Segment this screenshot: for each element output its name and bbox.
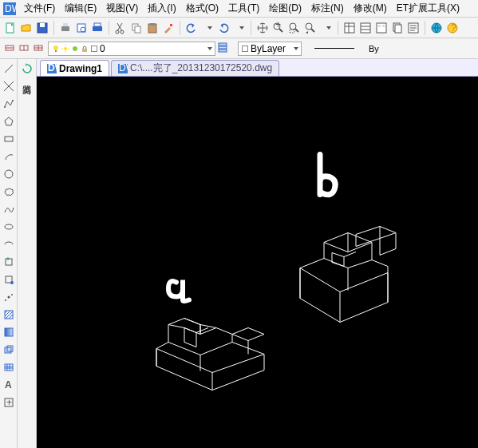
undo-dropdown[interactable]	[200, 21, 215, 35]
lineweight-sample[interactable]	[314, 48, 354, 49]
svg-point-21	[290, 23, 296, 30]
menu-file[interactable]: 文件(F)	[19, 0, 60, 17]
svg-rect-52	[55, 50, 57, 52]
svg-point-66	[4, 106, 6, 108]
menu-bar: DWG 文件(F) 编辑(E) 视图(V) 插入(I) 格式(O) 工具(T) …	[0, 0, 478, 18]
tab-drawing1[interactable]: DWG Drawing1	[40, 60, 109, 76]
spline-tool[interactable]	[2, 203, 15, 216]
layer-manager-button[interactable]	[217, 41, 230, 56]
menu-tools[interactable]: 工具(T)	[223, 0, 264, 17]
gradient-tool[interactable]	[2, 326, 15, 339]
svg-rect-83	[5, 328, 13, 336]
print-preview-button[interactable]	[74, 21, 89, 35]
menu-dim[interactable]: 标注(N)	[306, 0, 349, 17]
separator	[109, 21, 109, 35]
work-area: A + 浏览器 DWG Drawing1 DWG C:\....完了_20131…	[0, 59, 478, 448]
document-tabs: DWG Drawing1 DWG C:\....完了_2013123017252…	[37, 59, 478, 77]
main-toolbar: + ?	[0, 18, 478, 38]
zoom-previous-button[interactable]	[303, 21, 318, 35]
menu-edit[interactable]: 编辑(E)	[60, 0, 101, 17]
redo-button[interactable]	[216, 21, 231, 35]
cut-button[interactable]	[113, 21, 128, 35]
arc-tool[interactable]	[2, 150, 15, 163]
pline-tool[interactable]	[2, 97, 15, 110]
open-button[interactable]	[19, 21, 34, 35]
paste-button[interactable]	[145, 21, 160, 35]
region-tool[interactable]	[2, 343, 15, 356]
redo-dropdown[interactable]	[232, 21, 247, 35]
svg-text:+: +	[6, 397, 12, 408]
polygon-tool[interactable]	[2, 115, 15, 128]
makeblock-tool[interactable]	[2, 273, 15, 286]
rectangle-tool[interactable]	[2, 133, 15, 145]
plot-button[interactable]	[90, 21, 105, 35]
color-swatch	[91, 46, 97, 52]
separator	[180, 21, 180, 35]
app-logo-icon: DWG	[3, 2, 16, 15]
layer-iso1-button[interactable]	[3, 41, 16, 56]
copy-button[interactable]	[129, 21, 144, 35]
toolpalettes-button[interactable]	[374, 21, 389, 35]
svg-rect-26	[345, 23, 354, 33]
properties-button[interactable]	[342, 21, 357, 35]
print-button[interactable]	[58, 21, 73, 35]
web-button[interactable]	[429, 21, 444, 35]
linetype-current: ByLayer	[251, 43, 286, 54]
svg-rect-32	[377, 23, 386, 33]
lock-icon	[81, 45, 89, 53]
svg-point-71	[5, 224, 13, 229]
circle-tool[interactable]	[2, 168, 15, 180]
zoom-window-button[interactable]	[287, 21, 302, 35]
pan-button[interactable]	[255, 21, 270, 35]
revcloud-tool[interactable]	[2, 185, 15, 198]
menu-format[interactable]: 格式(O)	[181, 0, 223, 17]
table-tool[interactable]	[2, 361, 15, 374]
menu-view[interactable]: 视图(V)	[101, 0, 143, 17]
svg-text:+: +	[275, 22, 281, 30]
svg-marker-68	[5, 117, 13, 125]
svg-rect-86	[5, 364, 13, 371]
sheetset-button[interactable]	[390, 21, 405, 35]
ellipse-tool[interactable]	[2, 220, 15, 233]
xline-tool[interactable]	[2, 80, 15, 93]
svg-text:DWG: DWG	[48, 64, 57, 73]
layer-iso2-button[interactable]	[18, 41, 30, 56]
svg-rect-29	[361, 23, 370, 33]
zoom-dropdown[interactable]	[319, 21, 334, 35]
menu-modify[interactable]: 修改(M)	[349, 0, 392, 17]
svg-rect-10	[94, 23, 101, 26]
matchprop-button[interactable]	[161, 21, 176, 35]
svg-rect-59	[82, 49, 87, 52]
point-tool[interactable]	[2, 291, 15, 303]
svg-line-25	[311, 29, 314, 32]
undo-button[interactable]	[184, 21, 199, 35]
layer-toolbar: 0 ByLayer By	[0, 38, 478, 59]
help-button[interactable]: ?	[445, 21, 460, 35]
layer-dropdown[interactable]: 0	[48, 42, 215, 56]
designcenter-button[interactable]	[358, 21, 373, 35]
new-button[interactable]	[3, 21, 18, 35]
layer-iso3-button[interactable]	[32, 41, 45, 56]
drawing-canvas[interactable]	[37, 77, 478, 448]
linetype-dropdown[interactable]: ByLayer	[238, 42, 302, 56]
tab-file2[interactable]: DWG C:\....完了_20131230172520.dwg	[111, 60, 279, 76]
ellipsearc-tool[interactable]	[2, 238, 15, 251]
menu-insert[interactable]: 插入(I)	[143, 0, 180, 17]
zoom-realtime-button[interactable]: +	[271, 21, 286, 35]
menu-draw[interactable]: 绘图(D)	[264, 0, 306, 17]
save-button[interactable]	[35, 21, 49, 35]
svg-rect-84	[5, 347, 11, 353]
menu-ext[interactable]: ET扩展工具(X)	[392, 0, 464, 17]
dwg-file-icon: DWG	[118, 64, 128, 73]
insert-tool[interactable]	[2, 256, 15, 268]
svg-point-67	[12, 100, 14, 101]
svg-rect-9	[93, 26, 102, 31]
line-tool[interactable]	[2, 62, 15, 75]
addselected-tool[interactable]: +	[2, 396, 15, 409]
browser-panel-tab[interactable]: 浏览器	[18, 59, 37, 448]
markup-button[interactable]	[406, 21, 421, 35]
hatch-tool[interactable]	[2, 308, 15, 321]
svg-point-51	[53, 46, 58, 50]
svg-line-63	[5, 65, 13, 73]
mtext-tool[interactable]: A	[2, 379, 15, 391]
